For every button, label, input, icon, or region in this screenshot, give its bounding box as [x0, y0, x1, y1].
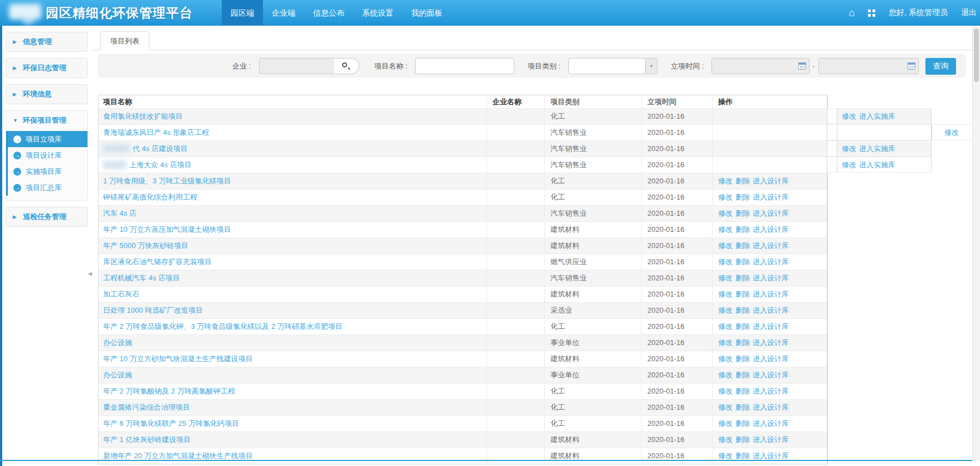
- delete-link[interactable]: 删除: [735, 290, 750, 298]
- sidebar-item-selected[interactable]: →项目立项库: [8, 131, 87, 147]
- tab-project-list[interactable]: 项目列表: [100, 31, 149, 50]
- company-input[interactable]: [259, 58, 335, 74]
- project-name-link[interactable]: 年产 1 亿块灰砂砖建设项目: [103, 435, 191, 444]
- project-name-link[interactable]: 代 4s 店建设项目: [133, 144, 188, 153]
- enter-design-library-link[interactable]: 进入设计库: [753, 306, 789, 314]
- date-from-input[interactable]: [711, 58, 810, 74]
- scrollbar-thumb[interactable]: [974, 28, 979, 82]
- modify-link[interactable]: 修改: [718, 403, 733, 411]
- top-nav-item[interactable]: 系统设置: [353, 0, 402, 26]
- date-to-input[interactable]: [818, 58, 919, 74]
- delete-link[interactable]: 删除: [735, 403, 750, 411]
- sidebar-group-header[interactable]: ▶环境信息: [6, 85, 87, 104]
- top-nav-item[interactable]: 我的面板: [402, 0, 451, 26]
- sidebar-group-header[interactable]: ▶信息管理: [6, 32, 87, 51]
- enter-implementation-library-link[interactable]: 进入实施库: [859, 144, 895, 153]
- modify-link[interactable]: 修改: [718, 290, 733, 298]
- sidebar-group-header[interactable]: ▼环保项目管理: [6, 111, 87, 130]
- collapse-panel-icon[interactable]: ◀: [88, 271, 92, 276]
- enter-design-library-link[interactable]: 进入设计库: [753, 338, 789, 347]
- project-name-link[interactable]: 加工石灰石: [103, 290, 139, 298]
- enter-design-library-link[interactable]: 进入设计库: [753, 452, 789, 460]
- delete-link[interactable]: 删除: [735, 371, 750, 379]
- sidebar-group-header[interactable]: ▶环保日志管理: [6, 59, 87, 77]
- apps-grid-icon[interactable]: [868, 9, 875, 17]
- project-name-link[interactable]: 上海大众 4s 店项目: [129, 161, 192, 169]
- modify-link[interactable]: 修改: [718, 419, 733, 428]
- enter-design-library-link[interactable]: 进入设计库: [753, 371, 789, 379]
- modify-link[interactable]: 修改: [718, 225, 733, 234]
- query-button[interactable]: 查询: [925, 58, 956, 75]
- enter-implementation-library-link[interactable]: 进入实施库: [859, 112, 895, 120]
- dropdown-arrow-icon[interactable]: ▼: [645, 59, 657, 74]
- delete-link[interactable]: 删除: [735, 258, 750, 266]
- project-name-link[interactable]: 办公设施: [103, 338, 132, 347]
- project-name-link[interactable]: 日处理 1000 吨选矿厂改造项目: [103, 306, 203, 314]
- modify-link[interactable]: 修改: [718, 193, 733, 201]
- project-name-link[interactable]: 重金属铬污染综合治理项目: [103, 403, 190, 411]
- project-name-link[interactable]: 年产 2 万吨氯酸钠及 2 万吨高氯酸钾工程: [103, 387, 235, 395]
- delete-link[interactable]: 删除: [735, 435, 750, 444]
- modify-link[interactable]: 修改: [718, 241, 733, 250]
- modify-link[interactable]: 修改: [842, 144, 856, 153]
- delete-link[interactable]: 删除: [735, 322, 750, 331]
- modify-link[interactable]: 修改: [718, 177, 733, 185]
- modify-link[interactable]: 修改: [718, 274, 733, 282]
- sidebar-group-header[interactable]: ▶巡检任务管理: [6, 207, 87, 226]
- project-name-link[interactable]: 新增年产 20 万立方加气混凝土砌块生产线项目: [103, 452, 253, 460]
- modify-link[interactable]: 修改: [718, 387, 733, 395]
- project-name-link[interactable]: 年产 10 万立方蒸压加气混凝土砌块项目: [103, 225, 231, 234]
- project-name-link[interactable]: 食用氯化镁技改扩能项目: [103, 112, 183, 120]
- project-name-link[interactable]: 1 万吨食用级、3 万吨工业级氯化镁项目: [103, 177, 231, 185]
- delete-link[interactable]: 删除: [735, 387, 750, 395]
- project-name-link[interactable]: 年产 5000 万块灰砂砖项目: [103, 241, 188, 250]
- project-name-link[interactable]: 汽车 4s 店: [103, 209, 136, 217]
- enter-design-library-link[interactable]: 进入设计库: [753, 209, 789, 217]
- project-name-link[interactable]: 年产 6 万吨氯化镁联产 25 万吨氯化钙项目: [103, 419, 239, 428]
- logout-link[interactable]: 退出: [961, 8, 977, 18]
- sidebar-item-link[interactable]: →实施项目库: [8, 163, 87, 179]
- delete-link[interactable]: 删除: [735, 241, 750, 250]
- enter-design-library-link[interactable]: 进入设计库: [753, 403, 789, 411]
- modify-link[interactable]: 修改: [944, 128, 959, 137]
- vertical-scrollbar[interactable]: [972, 26, 980, 460]
- enter-design-library-link[interactable]: 进入设计库: [753, 193, 789, 201]
- project-name-link[interactable]: 年产 10 万立方砂加气块混凝土生产线建设项目: [103, 355, 253, 363]
- delete-link[interactable]: 删除: [735, 419, 750, 428]
- delete-link[interactable]: 删除: [735, 338, 750, 347]
- project-name-link[interactable]: 年产 2 万吨食品级氯化钾、3 万吨食品级氯化镁以及 2 万吨硝基水溶肥项目: [103, 322, 343, 331]
- modify-link[interactable]: 修改: [718, 209, 733, 217]
- delete-link[interactable]: 删除: [735, 193, 750, 201]
- enter-design-library-link[interactable]: 进入设计库: [753, 419, 789, 428]
- delete-link[interactable]: 删除: [735, 177, 750, 185]
- modify-link[interactable]: 修改: [718, 435, 733, 444]
- project-name-link[interactable]: 办公设施: [103, 371, 132, 379]
- home-icon[interactable]: ⌂: [849, 8, 855, 18]
- enter-implementation-library-link[interactable]: 进入实施库: [859, 161, 895, 169]
- sidebar-item-link[interactable]: →项目设计库: [8, 147, 87, 163]
- delete-link[interactable]: 删除: [735, 209, 750, 217]
- project-name-link[interactable]: 青海瑞诚东风日产 4s 形象店工程: [103, 128, 209, 137]
- calendar-icon[interactable]: [798, 62, 806, 70]
- project-name-input[interactable]: [415, 58, 514, 74]
- top-nav-item[interactable]: 园区端: [222, 0, 263, 26]
- sidebar-item-link[interactable]: →项目汇总库: [8, 179, 87, 196]
- enter-design-library-link[interactable]: 进入设计库: [753, 177, 789, 185]
- top-nav-item[interactable]: 信息公布: [304, 0, 353, 26]
- enter-design-library-link[interactable]: 进入设计库: [753, 387, 789, 395]
- modify-link[interactable]: 修改: [718, 322, 733, 331]
- project-name-link[interactable]: 库区液化石油气储存扩容充装项目: [103, 258, 212, 266]
- modify-link[interactable]: 修改: [718, 306, 733, 314]
- modify-link[interactable]: 修改: [718, 258, 733, 266]
- enter-design-library-link[interactable]: 进入设计库: [753, 241, 789, 250]
- delete-link[interactable]: 删除: [735, 355, 750, 363]
- project-name-link[interactable]: 钾镁尾矿高值化综合利用工程: [103, 193, 197, 201]
- enter-design-library-link[interactable]: 进入设计库: [753, 355, 789, 363]
- delete-link[interactable]: 删除: [735, 452, 750, 460]
- modify-link[interactable]: 修改: [842, 161, 856, 169]
- modify-link[interactable]: 修改: [718, 452, 733, 460]
- top-nav-item[interactable]: 企业端: [263, 0, 304, 26]
- enter-design-library-link[interactable]: 进入设计库: [753, 258, 789, 266]
- company-search-button[interactable]: [334, 58, 359, 74]
- delete-link[interactable]: 删除: [735, 306, 750, 314]
